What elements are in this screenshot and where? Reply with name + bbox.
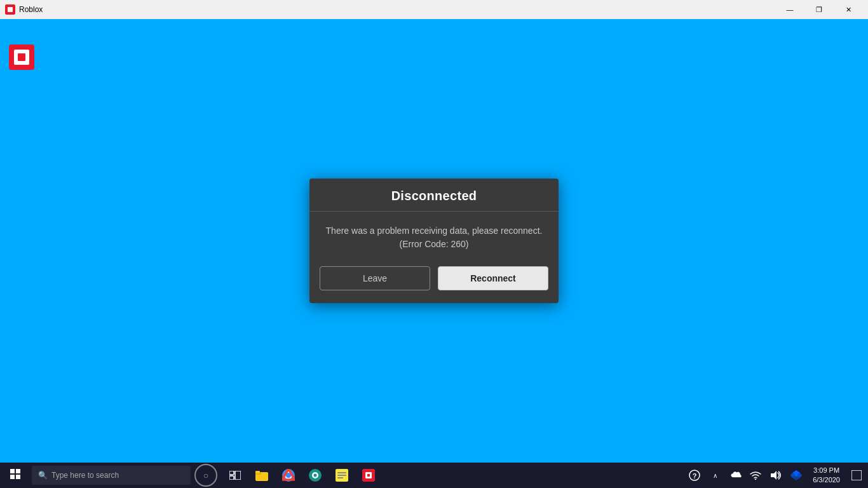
svg-rect-23 [337, 472, 346, 473]
svg-rect-25 [337, 477, 343, 478]
wifi-tray-icon[interactable] [747, 463, 764, 488]
leave-button[interactable]: Leave [320, 266, 430, 290]
start-icon [10, 469, 20, 482]
main-area: Disconnected There was a problem receivi… [0, 19, 868, 463]
dialog-box: Disconnected There was a problem receivi… [309, 179, 559, 303]
svg-rect-10 [229, 476, 234, 480]
task-view-button[interactable] [222, 463, 248, 488]
dialog-buttons: Leave Reconnect [309, 266, 559, 303]
svg-rect-28 [367, 474, 370, 477]
notification-button[interactable] [848, 463, 865, 488]
maximize-button[interactable]: ❐ [804, 0, 834, 19]
taskbar-app-icons [222, 463, 381, 488]
svg-rect-5 [10, 469, 15, 473]
sticky-notes-button[interactable] [329, 463, 355, 488]
svg-rect-4 [18, 53, 25, 61]
clock-date: 6/3/2020 [813, 475, 840, 485]
titlebar-app-icon [5, 4, 15, 15]
svg-rect-1 [8, 7, 13, 12]
chrome-button[interactable] [276, 463, 301, 488]
reconnect-button[interactable]: Reconnect [438, 266, 548, 290]
close-button[interactable]: ✕ [834, 0, 863, 19]
cortana-icon: ○ [203, 470, 208, 480]
onedrive-tray-icon[interactable] [726, 463, 744, 488]
svg-point-21 [314, 474, 317, 477]
clock-time: 3:09 PM [813, 466, 839, 475]
git-button[interactable] [302, 463, 328, 488]
svg-rect-14 [255, 471, 260, 473]
svg-point-18 [287, 473, 291, 478]
svg-point-31 [755, 478, 756, 480]
search-icon: 🔍 [38, 471, 48, 480]
dialog-title: Disconnected [391, 189, 477, 203]
titlebar-controls: — ❐ ✕ [775, 0, 863, 19]
search-bar[interactable]: 🔍 Type here to search [32, 466, 191, 485]
roblox-taskbar-button[interactable] [356, 463, 381, 488]
dialog-header: Disconnected [309, 179, 559, 212]
titlebar: Roblox — ❐ ✕ [0, 0, 868, 19]
taskbar: 🔍 Type here to search ○ [0, 463, 868, 488]
show-hidden-icons-button[interactable]: ∧ [706, 463, 724, 488]
system-tray: ? ∧ [686, 463, 868, 488]
svg-rect-11 [235, 471, 241, 480]
search-placeholder: Type here to search [51, 471, 119, 480]
svg-rect-24 [337, 475, 346, 476]
svg-point-37 [795, 474, 797, 477]
cortana-button[interactable]: ○ [194, 464, 217, 487]
titlebar-title: Roblox [19, 5, 775, 14]
chevron-up-icon: ∧ [713, 472, 717, 479]
minimize-button[interactable]: — [775, 0, 804, 19]
dialog-message: There was a problem receiving data, plea… [326, 226, 543, 249]
start-button[interactable] [0, 463, 31, 488]
volume-tray-icon[interactable] [767, 463, 785, 488]
svg-rect-9 [229, 471, 234, 475]
system-clock[interactable]: 3:09 PM 6/3/2020 [808, 463, 845, 488]
svg-marker-32 [771, 471, 776, 480]
svg-rect-7 [10, 475, 15, 479]
svg-rect-38 [851, 470, 862, 480]
dropbox-tray-icon[interactable] [787, 463, 805, 488]
file-explorer-button[interactable] [249, 463, 275, 488]
help-tray-icon[interactable]: ? [686, 463, 703, 488]
roblox-logo-icon [9, 44, 34, 70]
svg-rect-6 [16, 469, 20, 473]
dialog-body: There was a problem receiving data, plea… [309, 212, 559, 266]
svg-rect-8 [16, 475, 20, 479]
svg-text:?: ? [693, 472, 697, 480]
